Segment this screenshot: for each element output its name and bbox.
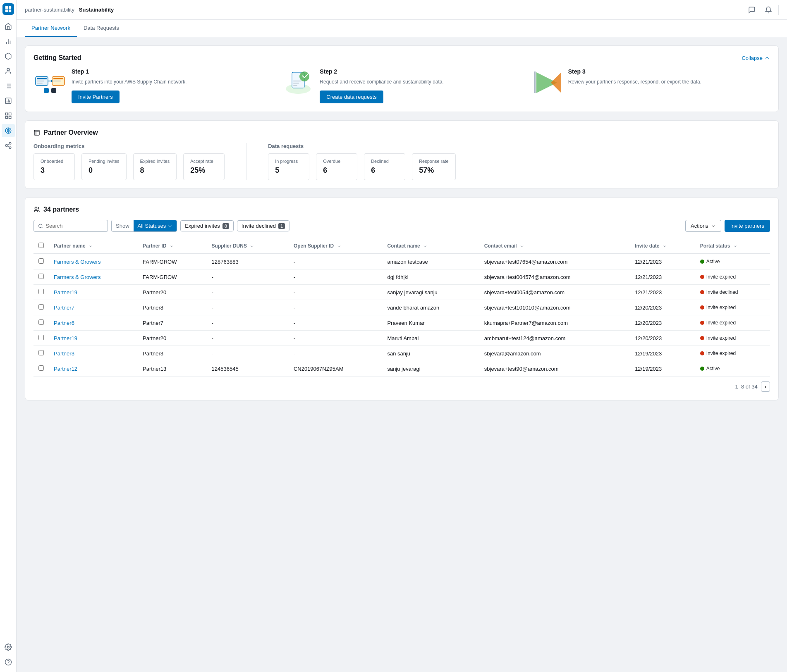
partner-id-cell: FARM-GROW [138,269,206,285]
sidebar-item-person[interactable] [2,64,15,78]
getting-started-header: Getting Started Collapse [33,54,770,62]
partner-name-link[interactable]: Farmers & Growers [54,274,100,280]
status-text: Invite expired [706,320,736,326]
partner-name-cell: Partner19 [49,331,138,346]
row-checkbox-cell [33,269,49,285]
partners-section-header: 34 partners [33,206,770,213]
sidebar-item-connections[interactable] [2,139,15,152]
col-supplier-duns[interactable]: Supplier DUNS [207,238,289,254]
row-checkbox[interactable] [38,304,44,310]
row-checkbox[interactable] [38,319,44,325]
collapse-button[interactable]: Collapse [742,55,770,61]
svg-rect-32 [37,83,43,83]
row-checkbox[interactable] [38,350,44,355]
portal-status-cell: Active [695,361,770,377]
supplier-duns-cell: - [207,331,289,346]
step-2-description: Request and receive compliance and susta… [320,78,521,86]
step-2-content: Step 2 Request and receive compliance an… [320,68,521,103]
partner-name-link[interactable]: Partner6 [54,320,74,326]
status-dot [700,260,704,264]
invite-partners-button[interactable]: Invite Partners [72,91,120,103]
partner-overview-title: Partner Overview [33,129,770,136]
svg-line-24 [7,146,9,147]
sidebar-item-home[interactable] [2,20,15,33]
expired-invites-filter[interactable]: Expired invites 8 [180,220,234,231]
svg-point-7 [7,68,10,71]
col-contact-name[interactable]: Contact name [382,238,479,254]
sidebar-item-list[interactable] [2,79,15,93]
contact-email-cell: sbjevara+test004574@amazon.com [479,269,630,285]
svg-rect-39 [51,88,56,93]
col-portal-status[interactable]: Portal status [695,238,770,254]
step-2-title: Step 2 [320,68,521,75]
row-checkbox-cell [33,346,49,361]
contact-name-cell: amazon testcase [382,254,479,269]
step-2-illustration [282,68,315,97]
partner-name-cell: Partner3 [49,346,138,361]
svg-rect-2 [5,10,7,12]
select-all-checkbox[interactable] [38,243,44,248]
col-invite-date[interactable]: Invite date [630,238,695,254]
app-logo[interactable] [2,3,14,15]
sidebar-item-help[interactable] [2,655,15,669]
svg-rect-0 [5,6,7,9]
row-checkbox[interactable] [38,335,44,340]
show-status-filter[interactable]: Show All Statuses [111,220,177,232]
sidebar-item-sustainability[interactable] [2,124,15,137]
row-checkbox[interactable] [38,289,44,294]
data-requests-metrics-label: Data requests [268,143,456,149]
contact-email-cell: sbjevara+test90@amazon.com [479,361,630,377]
partner-id-cell: Partner20 [138,331,206,346]
sidebar-item-settings[interactable] [2,641,15,654]
tab-data-requests[interactable]: Data Requests [77,20,126,37]
partner-name-link[interactable]: Partner12 [54,366,77,372]
row-checkbox-cell [33,285,49,300]
status-text: Invite expired [706,274,736,280]
sidebar-item-grid[interactable] [2,109,15,122]
status-badge: Invite expired [700,320,736,326]
row-checkbox[interactable] [38,258,44,264]
row-checkbox[interactable] [38,365,44,371]
partner-name-link[interactable]: Partner19 [54,335,77,341]
partners-table-section: 34 partners Show All Statuses Expired in… [25,197,779,400]
tab-partner-network[interactable]: Partner Network [25,20,77,37]
create-data-requests-button[interactable]: Create data requests [320,91,383,103]
sidebar-item-analytics[interactable] [2,35,15,48]
col-contact-email[interactable]: Contact email [479,238,630,254]
sidebar-item-chart[interactable] [2,94,15,107]
select-all-header[interactable] [33,238,49,254]
partner-name-link[interactable]: Partner7 [54,305,74,311]
main-content: partner-sustainability Sustainability Pa… [17,0,787,672]
pagination-next-button[interactable]: › [761,381,770,392]
invite-date-cell: 12/19/2023 [630,361,695,377]
actions-button[interactable]: Actions [685,220,721,232]
breadcrumb: partner-sustainability Sustainability [25,7,114,13]
all-statuses-select[interactable]: All Statuses [134,220,177,231]
row-checkbox[interactable] [38,274,44,279]
search-input[interactable] [45,223,103,229]
col-open-supplier-id[interactable]: Open Supplier ID [289,238,383,254]
supplier-duns-cell: - [207,315,289,331]
status-badge: Active [700,259,720,265]
step-1-content: Step 1 Invite partners into your AWS Sup… [72,68,273,103]
contact-name-cell: Praveen Kumar [382,315,479,331]
search-box[interactable] [33,220,108,232]
partner-name-link[interactable]: Farmers & Growers [54,259,100,265]
metric-onboarded: Onboarded 3 [33,153,75,180]
col-partner-name[interactable]: Partner name [49,238,138,254]
notifications-icon[interactable] [762,3,775,17]
metric-in-progress: In progress 5 [268,153,309,180]
col-partner-id[interactable]: Partner ID [138,238,206,254]
supplier-duns-cell: 124536545 [207,361,289,377]
invite-declined-filter[interactable]: Invite declined 1 [237,220,289,231]
partner-name-link[interactable]: Partner19 [54,289,77,295]
table-row: Farmers & GrowersFARM-GROW--dgj fdhjklsb… [33,269,770,285]
svg-point-52 [35,207,37,209]
invite-partners-table-button[interactable]: Invite partners [725,220,770,232]
sort-icon [337,244,341,248]
step-3-content: Step 3 Review your partner's response, r… [568,68,770,91]
partner-name-link[interactable]: Partner3 [54,350,74,357]
sidebar-item-inventory[interactable] [2,50,15,63]
topbar: partner-sustainability Sustainability [17,0,787,20]
messages-icon[interactable] [745,3,758,17]
